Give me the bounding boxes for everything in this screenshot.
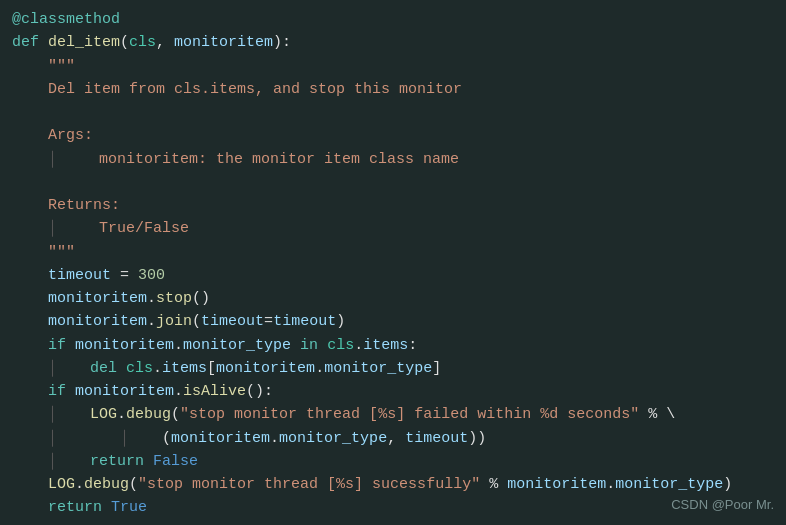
param-monitoritem: monitoritem	[174, 31, 273, 54]
paren-join-close: )	[336, 310, 345, 333]
op-eq2: =	[264, 310, 273, 333]
dot9: .	[270, 427, 279, 450]
bracket-open: [	[207, 357, 216, 380]
decorator: @classmethod	[12, 8, 120, 31]
var-mi5: monitoritem	[75, 380, 174, 403]
paren-debug2: (	[129, 473, 138, 496]
var-timeout: timeout	[48, 264, 111, 287]
attr-monitor-type4: monitor_type	[615, 473, 723, 496]
paren-end2: )	[723, 473, 732, 496]
line-9: Returns:	[12, 194, 786, 217]
method-isalive: isAlive	[183, 380, 246, 403]
code-editor: @classmethod def del_item(cls, monitorit…	[0, 0, 786, 525]
keyword-return: return	[90, 450, 153, 473]
paren-join: (	[192, 310, 201, 333]
spaces	[12, 310, 48, 333]
spaces	[12, 496, 48, 519]
line-10: │ True/False	[12, 217, 786, 240]
indent-bar5: │ │	[12, 427, 129, 450]
paren-debug: (	[171, 403, 180, 426]
line-12: timeout = 300	[12, 264, 786, 287]
dot: .	[147, 287, 156, 310]
indent-bar6: │	[12, 450, 57, 473]
paren-close: ):	[273, 31, 291, 54]
docstring-arg-detail: monitoritem: the monitor item class name	[63, 148, 459, 171]
op-percent: %	[639, 403, 666, 426]
line-14: monitoritem.join(timeout=timeout)	[12, 310, 786, 333]
var-mi4: monitoritem	[216, 357, 315, 380]
dot10: .	[75, 473, 84, 496]
line-19: │ │ (monitoritem.monitor_type, timeout))	[12, 427, 786, 450]
method-debug2: debug	[84, 473, 129, 496]
str-failed: "stop monitor thread [%s] failed within …	[180, 403, 639, 426]
line-16: │ del cls.items[monitoritem.monitor_type…	[12, 357, 786, 380]
spaces	[12, 334, 48, 357]
docstring-returns: Returns:	[12, 194, 120, 217]
attr-items2: items	[162, 357, 207, 380]
line-7: │ monitoritem: the monitor item class na…	[12, 148, 786, 171]
func-name: del_item	[48, 31, 120, 54]
spaces	[12, 473, 48, 496]
parens: ()	[192, 287, 210, 310]
attr-items: items	[363, 334, 408, 357]
keyword-del: del	[90, 357, 126, 380]
param-timeout-kw: timeout	[201, 310, 264, 333]
line-3: """	[12, 55, 786, 78]
kw-true: True	[111, 496, 147, 519]
op-eq: =	[111, 264, 138, 287]
keyword-if: if	[48, 334, 75, 357]
keyword-def: def	[12, 31, 48, 54]
keyword-if2: if	[48, 380, 75, 403]
var-mi2: monitoritem	[48, 310, 147, 333]
line-15: if monitoritem.monitor_type in cls.items…	[12, 334, 786, 357]
keyword-return2: return	[48, 496, 111, 519]
line-21: LOG.debug("stop monitor thread [%s] suce…	[12, 473, 786, 496]
attr-monitor-type2: monitor_type	[324, 357, 432, 380]
comma: ,	[156, 31, 174, 54]
method-join: join	[156, 310, 192, 333]
line-11: """	[12, 241, 786, 264]
op-percent2: %	[480, 473, 507, 496]
line-5	[12, 101, 786, 124]
str-success: "stop monitor thread [%s] sucessfully"	[138, 473, 480, 496]
line-17: if monitoritem.isAlive():	[12, 380, 786, 403]
spaces	[63, 403, 90, 426]
kw-false: False	[153, 450, 198, 473]
watermark: CSDN @Poor Mr.	[671, 495, 774, 515]
param-cls: cls	[129, 31, 156, 54]
attr-monitor-type3: monitor_type	[279, 427, 387, 450]
dot11: .	[606, 473, 615, 496]
docstring-close: """	[12, 241, 75, 264]
bracket-close: ]	[432, 357, 441, 380]
spaces	[63, 357, 90, 380]
dot6: .	[315, 357, 324, 380]
dot8: .	[117, 403, 126, 426]
backslash: \	[666, 403, 675, 426]
var-mi7: monitoritem	[507, 473, 606, 496]
dot2: .	[147, 310, 156, 333]
indent-bar3: │	[12, 357, 57, 380]
line-6: Args:	[12, 124, 786, 147]
method-stop: stop	[156, 287, 192, 310]
var-mi3: monitoritem	[75, 334, 174, 357]
var-timeout2: timeout	[273, 310, 336, 333]
line-1: @classmethod	[12, 8, 786, 31]
colon: :	[408, 334, 417, 357]
comma2: ,	[387, 427, 405, 450]
line-20: │ return False	[12, 450, 786, 473]
paren-tuple: (	[162, 427, 171, 450]
line-4: Del item from cls.items, and stop this m…	[12, 78, 786, 101]
paren-end: ))	[468, 427, 486, 450]
keyword-in: in	[291, 334, 327, 357]
line-8	[12, 171, 786, 194]
var-mi6: monitoritem	[171, 427, 270, 450]
attr-monitor-type: monitor_type	[183, 334, 291, 357]
dot4: .	[354, 334, 363, 357]
spaces	[12, 380, 48, 403]
var-mi: monitoritem	[48, 287, 147, 310]
spaces	[12, 287, 48, 310]
method-debug: debug	[126, 403, 171, 426]
spaces	[63, 450, 90, 473]
dot3: .	[174, 334, 183, 357]
cls-ref2: cls	[126, 357, 153, 380]
